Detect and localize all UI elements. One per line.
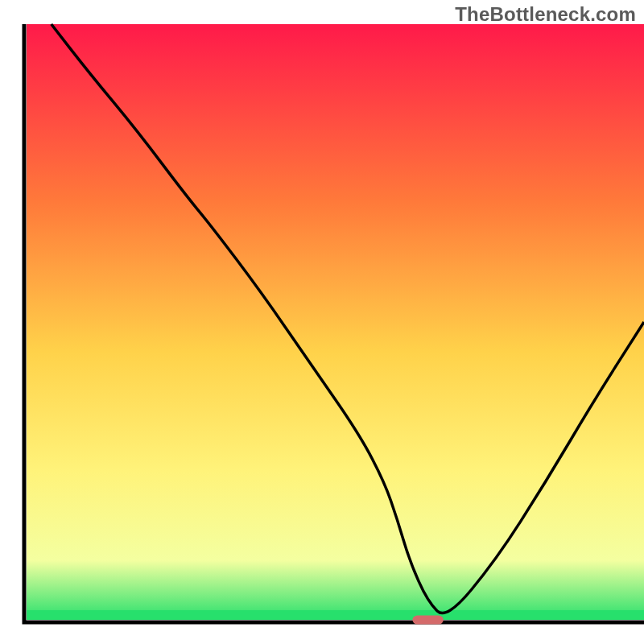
chart-background xyxy=(27,24,644,620)
chart-container: TheBottleneck.com xyxy=(0,0,644,644)
watermark-text: TheBottleneck.com xyxy=(455,3,636,26)
chart-bottom-band xyxy=(27,610,644,620)
chart-svg xyxy=(0,0,644,644)
chart-min-marker xyxy=(412,616,443,625)
